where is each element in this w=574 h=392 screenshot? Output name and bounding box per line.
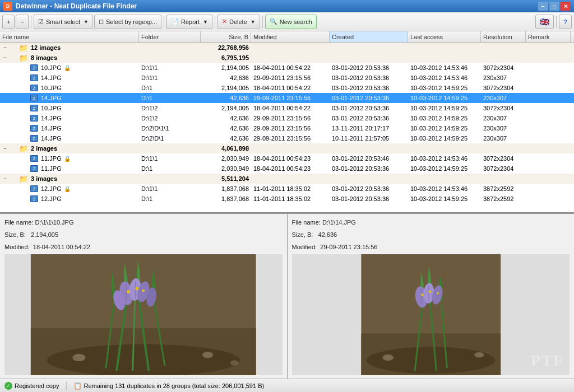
cell-lastaccess: 10-03-2012 14:59:25: [408, 165, 481, 172]
folder-icon: 📁: [19, 175, 28, 183]
cell-resolution: 230x307: [481, 95, 526, 101]
col-file-name[interactable]: File name: [0, 31, 139, 42]
cell-lastaccess: 10-03-2012 14:53:46: [408, 185, 481, 192]
table-row[interactable]: Z 10.JPG D:\12,194,00518-04-2011 00:54:2…: [0, 83, 574, 93]
toolbar-separator-3: [215, 16, 215, 28]
doc-icon: 📋: [73, 382, 82, 390]
table-row[interactable]: − 📁 3 images5,511,204: [0, 174, 574, 184]
table-row[interactable]: Z 14.JPG D:\142,63629-09-2011 23:15:5603…: [0, 93, 574, 103]
img-icon: Z: [30, 85, 38, 91]
remove-button[interactable]: −: [16, 15, 28, 29]
remaining-status: 📋 Remaining 131 duplicates in 28 groups …: [73, 382, 265, 390]
cell-folder: D:\1\1: [139, 185, 201, 192]
col-remark[interactable]: Remark: [526, 31, 571, 42]
row-name: 2 images: [31, 145, 57, 152]
cell-lastaccess: 10-03-2012 14:59:25: [408, 195, 481, 202]
table-row[interactable]: − 📁 2 images4,061,898: [0, 143, 574, 153]
cell-modified: 18-04-2011 00:54:22: [251, 64, 330, 71]
table-row[interactable]: − 📁 8 images6,795,195: [0, 53, 574, 63]
help-button[interactable]: ?: [559, 15, 572, 29]
svg-point-18: [72, 354, 85, 361]
svg-point-17: [142, 290, 145, 292]
col-modified[interactable]: Modified: [251, 31, 330, 42]
cell-created: 03-01-2012 20:53:36: [330, 195, 408, 202]
cell-name: Z 14.JPG: [0, 95, 139, 101]
cell-size: 42,636: [201, 95, 251, 101]
table-row[interactable]: Z 14.JPG D:\2\D\1\142,63629-09-2011 23:1…: [0, 123, 574, 133]
expand-icon[interactable]: −: [2, 176, 8, 181]
col-size[interactable]: Size, B: [201, 31, 251, 42]
table-row[interactable]: Z 14.JPG D:\1\242,63629-09-2011 23:15:56…: [0, 113, 574, 123]
cell-resolution: 230x307: [481, 135, 526, 142]
table-row[interactable]: Z 11.JPG 🔒D:\1\12,030,94918-04-2011 00:5…: [0, 153, 574, 164]
report-arrow: ▼: [203, 19, 208, 25]
smart-select-button[interactable]: ☑ Smart select ▼: [34, 15, 93, 29]
cell-modified: 29-09-2011 23:15:56: [251, 125, 330, 132]
minimize-button[interactable]: −: [538, 2, 548, 11]
toolbar: + − ☑ Smart select ▼ ◻ Select by regexp.…: [0, 12, 574, 31]
table-row[interactable]: Z 12.JPG 🔒D:\1\11,837,06811-01-2011 18:3…: [0, 184, 574, 194]
new-search-button[interactable]: 🔍 New search: [265, 15, 317, 29]
right-filename: File name: D:\1\14.JPG: [292, 217, 570, 227]
flag-button[interactable]: 🇬🇧: [535, 15, 554, 29]
col-folder[interactable]: Folder: [139, 31, 201, 42]
cell-modified: 29-09-2011 23:15:56: [251, 95, 330, 101]
row-name: 10.JPG: [41, 105, 62, 111]
cell-created: 13-11-2011 20:17:17: [330, 125, 408, 132]
select-regexp-button[interactable]: ◻ Select by regexp...: [94, 15, 161, 29]
table-row[interactable]: Z 10.JPG 🔒D:\1\12,194,00518-04-2011 00:5…: [0, 63, 574, 73]
ok-icon: ✓: [4, 382, 12, 390]
row-name: 8 images: [31, 54, 57, 61]
img-icon: Z: [30, 125, 38, 132]
img-icon: Z: [30, 115, 38, 122]
col-last-access[interactable]: Last access: [408, 31, 481, 42]
cell-size: 42,636: [201, 135, 251, 142]
cell-size: 1,837,068: [201, 185, 251, 192]
cell-name: Z 12.JPG 🔒: [0, 185, 139, 192]
cell-size: 42,636: [201, 125, 251, 132]
table-row[interactable]: Z 14.JPG D:\1\142,63629-09-2011 23:15:56…: [0, 73, 574, 83]
toolbar-separator-5: [556, 16, 557, 28]
left-size: Size, B: 2,194,005: [4, 230, 283, 240]
table-row[interactable]: − 📁 12 images22,768,956: [0, 43, 574, 53]
cell-resolution: 3072x2304: [481, 64, 526, 71]
cell-resolution: 3072x2304: [481, 155, 526, 162]
file-tree[interactable]: − 📁 12 images22,768,956− 📁 8 images6,795…: [0, 43, 574, 213]
table-row[interactable]: Z 12.JPG D:\11,837,06811-01-2011 18:35:0…: [0, 194, 574, 204]
cell-name: Z 14.JPG: [0, 135, 139, 142]
table-row[interactable]: Z 11.JPG D:\12,030,94918-04-2011 00:54:2…: [0, 164, 574, 174]
maximize-button[interactable]: □: [549, 2, 559, 11]
col-created[interactable]: Created: [330, 31, 408, 42]
expand-icon[interactable]: −: [2, 55, 8, 60]
add-button[interactable]: +: [2, 15, 15, 29]
col-resolution[interactable]: Resolution: [481, 31, 526, 42]
svg-point-36: [474, 352, 484, 358]
main-area: − 📁 12 images22,768,956− 📁 8 images6,795…: [0, 43, 574, 379]
cell-lastaccess: 10-03-2012 14:59:25: [408, 85, 481, 91]
delete-button[interactable]: ✕ Delete ▼: [217, 15, 260, 29]
cell-folder: D:\1\2: [139, 115, 201, 122]
cell-size: 2,030,949: [201, 165, 251, 172]
right-size: Size, B: 42,636: [292, 230, 570, 240]
expand-icon[interactable]: −: [2, 146, 8, 151]
lock-icon: 🔒: [64, 156, 71, 162]
table-row[interactable]: Z 14.JPG D:\2\D\142,63629-09-2011 23:15:…: [0, 133, 574, 143]
cell-created: 03-01-2012 20:53:36: [330, 64, 408, 71]
cell-name: Z 14.JPG: [0, 125, 139, 132]
cell-modified: 29-09-2011 23:15:56: [251, 74, 330, 81]
svg-point-16: [135, 287, 138, 290]
row-name: 14.JPG: [41, 125, 62, 132]
row-name: 11.JPG: [41, 165, 62, 172]
cell-folder: D:\2\D\1: [139, 135, 201, 142]
table-row[interactable]: Z 10.JPG D:\1\22,194,00518-04-2011 00:54…: [0, 103, 574, 113]
cell-name: − 📁 2 images: [0, 144, 139, 153]
expand-icon[interactable]: −: [2, 45, 8, 50]
img-icon: Z: [30, 185, 38, 192]
row-name: 10.JPG: [41, 64, 62, 71]
cell-folder: D:\1\1: [139, 74, 201, 81]
close-button[interactable]: ✕: [561, 2, 571, 11]
cell-created: 03-01-2012 20:53:36: [330, 185, 408, 192]
cell-created: 03-01-2012 20:53:46: [330, 155, 408, 162]
cell-resolution: 230x307: [481, 74, 526, 81]
report-button[interactable]: 📄 Report ▼: [166, 15, 212, 29]
